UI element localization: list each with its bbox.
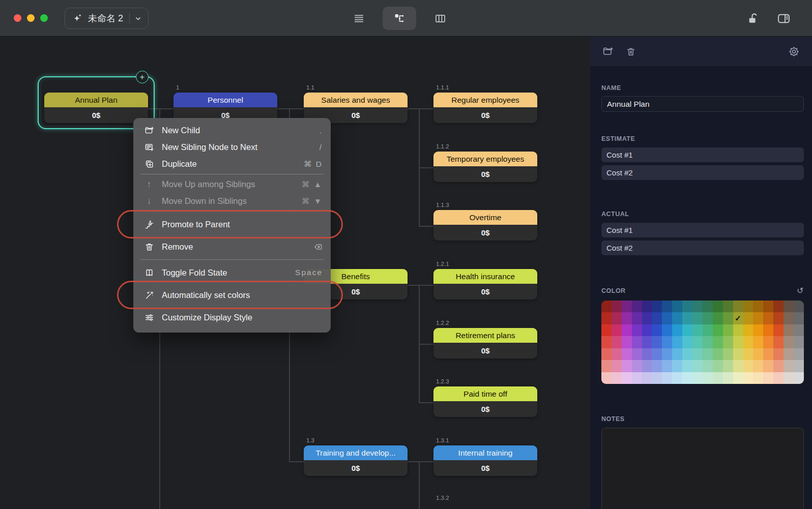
color-swatch[interactable] xyxy=(743,360,753,372)
color-swatch[interactable] xyxy=(743,324,753,336)
color-swatch[interactable] xyxy=(672,336,682,348)
node-1.1.2[interactable]: 1.1.2Temporary employees0$ xyxy=(433,143,537,182)
color-swatch[interactable] xyxy=(794,301,804,312)
color-swatch[interactable] xyxy=(622,312,632,324)
color-swatch[interactable] xyxy=(763,336,773,348)
color-swatch[interactable] xyxy=(652,360,662,372)
color-swatch[interactable] xyxy=(632,372,642,384)
color-swatch[interactable] xyxy=(753,372,763,384)
color-swatch[interactable] xyxy=(703,372,713,384)
color-swatch[interactable] xyxy=(723,336,733,348)
color-palette[interactable]: ✓ xyxy=(601,301,804,384)
color-swatch[interactable] xyxy=(652,312,662,324)
color-swatch[interactable] xyxy=(601,360,612,372)
color-swatch[interactable] xyxy=(622,360,632,372)
color-swatch[interactable] xyxy=(601,324,612,336)
delete-node-trash-icon[interactable] xyxy=(626,46,636,57)
color-swatch[interactable] xyxy=(662,336,672,348)
close-button[interactable] xyxy=(14,14,21,22)
color-swatch[interactable] xyxy=(703,324,713,336)
menu-item-toggle-fold-state[interactable]: Toggle Fold StateSpace xyxy=(133,261,331,284)
color-swatch[interactable] xyxy=(753,312,763,324)
actual-cost-2-field[interactable]: Cost #2 xyxy=(601,241,804,255)
color-swatch[interactable] xyxy=(682,372,692,384)
color-swatch[interactable] xyxy=(794,336,804,348)
color-swatch[interactable] xyxy=(632,348,642,360)
color-swatch[interactable] xyxy=(763,312,773,324)
node-card[interactable]: Health insurance0$ xyxy=(433,269,537,300)
color-swatch[interactable] xyxy=(794,372,804,384)
color-swatch[interactable] xyxy=(601,312,612,324)
color-swatch[interactable] xyxy=(632,312,642,324)
color-swatch[interactable] xyxy=(794,312,804,324)
color-swatch[interactable] xyxy=(753,301,763,312)
color-swatch[interactable] xyxy=(773,312,784,324)
color-swatch[interactable] xyxy=(672,301,682,312)
color-swatch[interactable] xyxy=(692,348,703,360)
document-title-button[interactable]: 未命名 2 xyxy=(65,8,149,29)
color-swatch[interactable] xyxy=(743,336,753,348)
color-swatch[interactable] xyxy=(622,324,632,336)
color-swatch[interactable] xyxy=(642,324,652,336)
color-swatch[interactable] xyxy=(612,312,622,324)
color-swatch[interactable] xyxy=(703,301,713,312)
color-swatch[interactable] xyxy=(733,301,743,312)
color-swatch[interactable] xyxy=(723,312,733,324)
node-card[interactable]: Training and develop...0$ xyxy=(304,445,408,476)
color-swatch[interactable] xyxy=(733,336,743,348)
node-1.2.2[interactable]: 1.2.2Retirement plans0$ xyxy=(433,320,537,358)
color-swatch[interactable] xyxy=(713,301,723,312)
reset-color-loop-icon[interactable]: ↺ xyxy=(797,286,804,295)
color-swatch[interactable] xyxy=(753,360,763,372)
menu-item-promote-to-parent[interactable]: Promote to Parent xyxy=(133,213,331,235)
color-swatch[interactable] xyxy=(622,372,632,384)
add-child-folder-icon[interactable] xyxy=(602,46,614,57)
color-swatch[interactable] xyxy=(682,312,692,324)
color-swatch[interactable] xyxy=(784,372,794,384)
color-swatch[interactable] xyxy=(682,360,692,372)
menu-item-new-child[interactable]: New Child. xyxy=(133,122,331,139)
color-swatch[interactable] xyxy=(682,301,692,312)
color-swatch[interactable] xyxy=(652,324,662,336)
color-swatch[interactable] xyxy=(743,348,753,360)
color-swatch[interactable] xyxy=(773,372,784,384)
view-mode-columns-button[interactable] xyxy=(423,7,457,30)
name-input[interactable] xyxy=(601,96,804,112)
color-swatch[interactable] xyxy=(612,348,622,360)
estimate-cost-1-field[interactable]: Cost #1 xyxy=(601,147,804,162)
color-swatch[interactable] xyxy=(773,336,784,348)
color-swatch[interactable] xyxy=(794,360,804,372)
color-swatch[interactable] xyxy=(672,360,682,372)
color-swatch[interactable] xyxy=(632,301,642,312)
color-swatch[interactable] xyxy=(763,372,773,384)
color-swatch[interactable] xyxy=(784,301,794,312)
color-swatch[interactable] xyxy=(622,336,632,348)
color-swatch[interactable] xyxy=(632,324,642,336)
color-swatch[interactable] xyxy=(672,348,682,360)
color-swatch[interactable] xyxy=(601,301,612,312)
gear-icon[interactable] xyxy=(788,46,800,57)
notes-input[interactable] xyxy=(601,428,804,509)
inspector-toggle-icon[interactable] xyxy=(777,12,791,25)
node-1.2.1[interactable]: 1.2.1Health insurance0$ xyxy=(433,261,537,300)
color-swatch[interactable] xyxy=(784,312,794,324)
color-swatch[interactable] xyxy=(703,312,713,324)
color-swatch[interactable] xyxy=(723,301,733,312)
estimate-cost-2-field[interactable]: Cost #2 xyxy=(601,165,804,180)
color-swatch[interactable] xyxy=(733,348,743,360)
color-swatch[interactable] xyxy=(682,336,692,348)
color-swatch[interactable] xyxy=(784,336,794,348)
color-swatch[interactable] xyxy=(642,336,652,348)
color-swatch[interactable] xyxy=(763,348,773,360)
color-swatch[interactable] xyxy=(713,372,723,384)
node-card[interactable]: Regular employees0$ xyxy=(433,93,537,123)
node-1.1[interactable]: 1.1Salaries and wages0$ xyxy=(304,84,408,123)
actual-cost-1-field[interactable]: Cost #1 xyxy=(601,223,804,237)
color-swatch[interactable] xyxy=(692,372,703,384)
color-swatch[interactable] xyxy=(763,360,773,372)
color-swatch[interactable] xyxy=(601,348,612,360)
menu-item-duplicate[interactable]: Duplicate⌘ D xyxy=(133,156,331,172)
color-swatch[interactable] xyxy=(723,324,733,336)
color-swatch[interactable]: ✓ xyxy=(733,312,743,324)
color-swatch[interactable] xyxy=(682,324,692,336)
